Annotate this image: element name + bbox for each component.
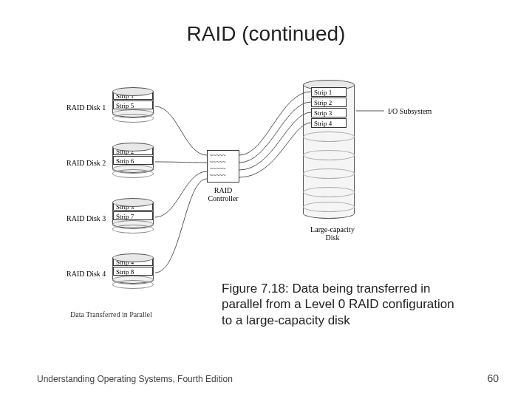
disk1-strip2: Strip 5 bbox=[113, 100, 153, 109]
raid-disk-4-label: RAID Disk 4 bbox=[66, 270, 106, 278]
raid-disk-3-label: RAID Disk 3 bbox=[66, 214, 106, 222]
large-disk-label: Large-capacity Disk bbox=[303, 225, 362, 242]
large-strip-4: Strip 4 bbox=[311, 118, 347, 128]
page-number: 60 bbox=[487, 372, 499, 384]
disk2-strip2: Strip 6 bbox=[113, 156, 153, 165]
disk3-strip2: Strip 7 bbox=[113, 211, 153, 220]
raid-disk-2-label: RAID Disk 2 bbox=[66, 159, 106, 167]
raid-disk-1-label: RAID Disk 1 bbox=[66, 103, 106, 112]
figure-caption: Figure 7.18: Data being transferred in p… bbox=[222, 281, 466, 328]
disk4-strip2: Strip 8 bbox=[113, 267, 153, 276]
raid-controller: ~~~~~~~~~~~~~~~~~~~~ bbox=[207, 150, 239, 183]
large-strip-3: Strip 3 bbox=[311, 108, 347, 117]
large-strip-1: Strip 1 bbox=[311, 87, 347, 97]
raid-controller-label: RAID Controller bbox=[201, 186, 245, 202]
footer-source: Understanding Operating Systems, Fourth … bbox=[37, 374, 233, 384]
large-strip-2: Strip 2 bbox=[311, 98, 347, 107]
io-subsystem-label: I/O Subsystem bbox=[388, 107, 432, 115]
slide-title: RAID (continued) bbox=[0, 22, 532, 46]
parallel-transfer-note: Data Transferred in Parallel bbox=[70, 310, 152, 318]
